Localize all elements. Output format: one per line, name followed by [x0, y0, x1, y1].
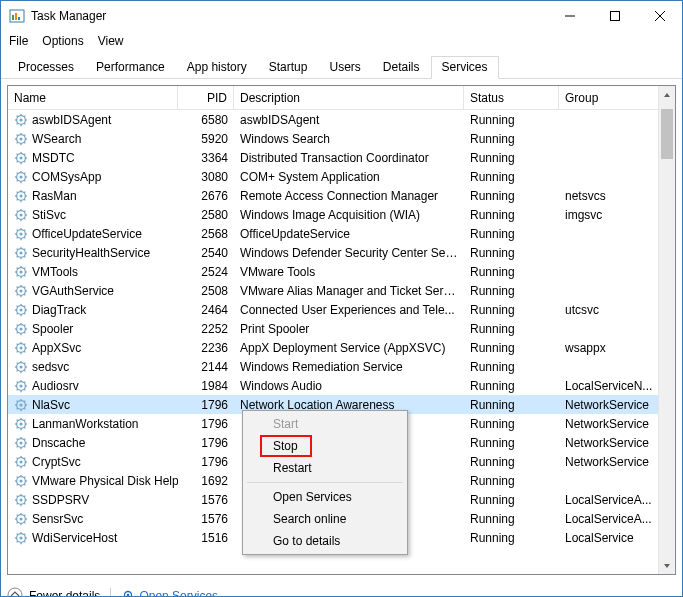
svg-line-107	[24, 286, 25, 287]
cell-description: VMware Alias Manager and Ticket Serv...	[234, 284, 464, 298]
table-row[interactable]: aswbIDSAgent6580aswbIDSAgentRunning	[8, 110, 675, 129]
svg-line-115	[24, 313, 25, 314]
cell-pid: 3364	[178, 151, 234, 165]
menu-view[interactable]: View	[98, 34, 124, 48]
column-description[interactable]: Description	[234, 86, 464, 109]
cell-name: RasMan	[8, 189, 178, 203]
tab-processes[interactable]: Processes	[7, 56, 85, 79]
open-services-link[interactable]: Open Services	[121, 588, 218, 598]
svg-line-236	[17, 541, 18, 542]
svg-line-184	[17, 438, 18, 439]
cell-name: aswbIDSAgent	[8, 113, 178, 127]
scrollbar[interactable]	[658, 86, 675, 574]
chevron-up-icon	[7, 587, 23, 598]
cell-description: Windows Search	[234, 132, 464, 146]
tab-services[interactable]: Services	[431, 56, 499, 79]
table-row[interactable]: VGAuthService2508VMware Alias Manager an…	[8, 281, 675, 300]
svg-line-66	[17, 218, 18, 219]
cell-name: SSDPSRV	[8, 493, 178, 507]
svg-point-29	[19, 156, 22, 159]
svg-line-197	[24, 457, 25, 458]
table-row[interactable]: sedsvc2144Windows Remediation ServiceRun…	[8, 357, 675, 376]
table-row[interactable]: DiagTrack2464Connected User Experiences …	[8, 300, 675, 319]
svg-point-179	[19, 441, 22, 444]
table-row[interactable]: StiSvc2580Windows Image Acquisition (WIA…	[8, 205, 675, 224]
minimize-button[interactable]	[547, 1, 592, 31]
table-row[interactable]: MSDTC3364Distributed Transaction Coordin…	[8, 148, 675, 167]
cell-description: Connected User Experiences and Tele...	[234, 303, 464, 317]
table-row[interactable]: Spooler2252Print SpoolerRunning	[8, 319, 675, 338]
context-go-to-details[interactable]: Go to details	[245, 530, 405, 552]
context-start: Start	[245, 413, 405, 435]
context-stop[interactable]: Stop	[245, 435, 405, 457]
menu-options[interactable]: Options	[42, 34, 83, 48]
app-icon	[9, 8, 25, 24]
table-row[interactable]: SecurityHealthService2540Windows Defende…	[8, 243, 675, 262]
context-search-online[interactable]: Search online	[245, 508, 405, 530]
tab-app-history[interactable]: App history	[176, 56, 258, 79]
table-row[interactable]: Audiosrv1984Windows AudioRunningLocalSer…	[8, 376, 675, 395]
context-menu: Start Stop Restart Open Services Search …	[242, 410, 408, 555]
table-row[interactable]: VMTools2524VMware ToolsRunning	[8, 262, 675, 281]
svg-line-187	[24, 438, 25, 439]
svg-line-194	[17, 457, 18, 458]
cell-status: Running	[464, 512, 559, 526]
svg-line-146	[17, 370, 18, 371]
cell-name: SecurityHealthService	[8, 246, 178, 260]
cell-name: VMware Physical Disk Help...	[8, 474, 178, 488]
close-button[interactable]	[637, 1, 682, 31]
context-open-services[interactable]: Open Services	[245, 486, 405, 508]
scroll-up-button[interactable]	[659, 86, 675, 103]
column-status[interactable]: Status	[464, 86, 559, 109]
column-name[interactable]: Name	[8, 86, 178, 109]
cell-description: aswbIDSAgent	[234, 113, 464, 127]
svg-rect-5	[610, 12, 619, 21]
maximize-button[interactable]	[592, 1, 637, 31]
svg-point-159	[19, 403, 22, 406]
svg-line-36	[17, 161, 18, 162]
svg-line-234	[17, 533, 18, 534]
svg-point-209	[19, 498, 22, 501]
table-row[interactable]: AppXSvc2236AppX Deployment Service (AppX…	[8, 338, 675, 357]
table-row[interactable]: RasMan2676Remote Access Connection Manag…	[8, 186, 675, 205]
svg-line-176	[17, 427, 18, 428]
context-separator	[247, 482, 403, 483]
svg-line-175	[24, 427, 25, 428]
svg-point-219	[19, 517, 22, 520]
svg-point-69	[19, 232, 22, 235]
menu-file[interactable]: File	[9, 34, 28, 48]
cell-description: Windows Defender Security Center Ser...	[234, 246, 464, 260]
svg-line-126	[17, 332, 18, 333]
table-row[interactable]: COMSysApp3080COM+ System ApplicationRunn…	[8, 167, 675, 186]
tab-performance[interactable]: Performance	[85, 56, 176, 79]
svg-line-157	[24, 381, 25, 382]
svg-line-137	[24, 343, 25, 344]
scroll-down-button[interactable]	[659, 557, 675, 574]
cell-description: Remote Access Connection Manager	[234, 189, 464, 203]
tab-startup[interactable]: Startup	[258, 56, 319, 79]
svg-line-34	[17, 153, 18, 154]
table-row[interactable]: OfficeUpdateService2568OfficeUpdateServi…	[8, 224, 675, 243]
svg-line-156	[17, 389, 18, 390]
fewer-details-button[interactable]: Fewer details	[7, 587, 100, 598]
context-restart[interactable]: Restart	[245, 457, 405, 479]
cell-pid: 1984	[178, 379, 234, 393]
svg-line-97	[24, 267, 25, 268]
cell-status: Running	[464, 151, 559, 165]
cell-pid: 2144	[178, 360, 234, 374]
svg-line-177	[24, 419, 25, 420]
svg-point-119	[19, 327, 22, 330]
tab-details[interactable]: Details	[372, 56, 431, 79]
svg-line-235	[24, 541, 25, 542]
svg-point-129	[19, 346, 22, 349]
column-pid[interactable]: PID	[178, 86, 234, 109]
scroll-thumb[interactable]	[661, 109, 673, 159]
svg-line-174	[17, 419, 18, 420]
table-row[interactable]: WSearch5920Windows SearchRunning	[8, 129, 675, 148]
tab-users[interactable]: Users	[318, 56, 371, 79]
svg-line-195	[24, 465, 25, 466]
cell-status: Running	[464, 455, 559, 469]
cell-name: LanmanWorkstation	[8, 417, 178, 431]
cell-status: Running	[464, 360, 559, 374]
cell-name: WSearch	[8, 132, 178, 146]
